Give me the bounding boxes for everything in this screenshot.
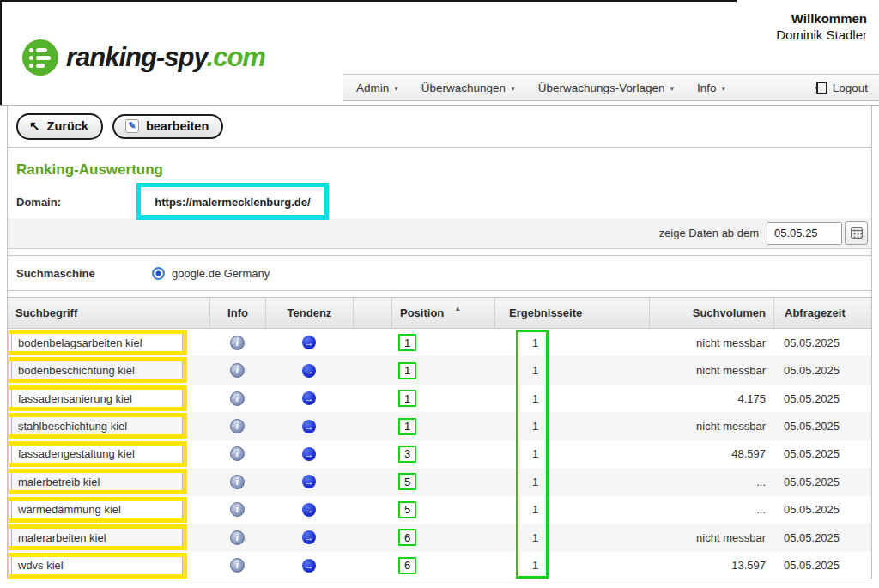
logout-icon: ← <box>816 82 827 94</box>
position-value: 6 <box>398 557 416 574</box>
search-engine-radio[interactable] <box>152 267 165 280</box>
keyword-cell: bodenbeschichtung kiel <box>11 360 183 380</box>
ergebnisseite-value: 1 <box>494 412 649 439</box>
trend-arrow-icon[interactable]: → <box>302 391 316 405</box>
window-top-edge <box>0 0 737 2</box>
domain-value: https://malermecklenburg.de/ <box>143 196 322 209</box>
suchvolumen-value: ... <box>649 496 773 524</box>
date-input[interactable] <box>767 222 842 245</box>
logout-button[interactable]: ← Logout <box>816 82 868 94</box>
keyword-cell: bodenbelagsarbeiten kiel <box>11 332 183 353</box>
back-button[interactable]: ↖ Zurück <box>16 113 103 140</box>
trend-arrow-icon[interactable]: → <box>302 559 316 573</box>
abfragezeit-value: 05.05.2025 <box>773 385 871 412</box>
calendar-button[interactable] <box>845 221 868 245</box>
info-icon[interactable]: i <box>230 530 245 545</box>
logo[interactable]: ranking-spy.com <box>22 39 265 76</box>
info-icon[interactable]: i <box>230 363 245 378</box>
info-icon[interactable]: i <box>230 502 245 517</box>
date-filter-label: zeige Daten ab dem <box>659 227 759 239</box>
trend-arrow-icon[interactable]: → <box>302 530 316 544</box>
trend-arrow-icon[interactable]: → <box>302 447 316 461</box>
position-value: 1 <box>398 362 416 379</box>
header-suchvolumen[interactable]: Suchvolumen <box>649 298 773 328</box>
nav-item-ueberwachungen[interactable]: Überwachungen▾ <box>421 82 515 94</box>
abfragezeit-value: 05.05.2025 <box>773 412 871 439</box>
header-tendenz[interactable]: Tendenz <box>265 298 353 328</box>
keyword-cell: malerbetreib kiel <box>11 471 183 492</box>
back-arrow-icon: ↖ <box>29 118 40 134</box>
position-value: 3 <box>398 446 416 463</box>
abfragezeit-value: 05.05.2025 <box>773 440 871 468</box>
header-suchbegriff[interactable]: Suchbegriff <box>8 298 209 328</box>
table-row: wärmedämmung kiel i → 5 1 ... 05.05.2025 <box>8 496 871 524</box>
date-filter-row: zeige Daten ab dem <box>8 218 871 249</box>
keyword-cell: stahlbeschichtung kiel <box>11 415 183 436</box>
ergebnisseite-value: 1 <box>494 468 649 495</box>
welcome-label: Willkommen <box>776 10 867 27</box>
position-value: 1 <box>398 390 416 407</box>
domain-label: Domain: <box>8 196 61 209</box>
trend-arrow-icon[interactable]: → <box>302 420 316 433</box>
nav-item-info[interactable]: Info▾ <box>697 82 725 94</box>
suchvolumen-value: 13.597 <box>649 552 773 579</box>
search-engine-value: google.de Germany <box>172 267 270 280</box>
suchvolumen-value: 48.597 <box>649 440 773 468</box>
nav-item-admin[interactable]: Admin▾ <box>356 82 398 94</box>
info-icon[interactable]: i <box>230 419 245 433</box>
suchvolumen-value: nicht messbar <box>649 356 773 384</box>
position-value: 5 <box>398 473 416 490</box>
ergebnisseite-value: 1 <box>494 329 649 356</box>
position-value: 5 <box>398 501 416 518</box>
info-icon[interactable]: i <box>230 446 245 461</box>
info-icon[interactable]: i <box>230 336 245 350</box>
table-row: malerarbeiten kiel i → 6 1 nicht messbar… <box>8 524 871 551</box>
position-value: 6 <box>398 529 416 546</box>
info-icon[interactable]: i <box>230 475 245 489</box>
main-navbar: Admin▾ Überwachungen▾ Überwachungs-Vorla… <box>343 74 879 101</box>
table-body: bodenbelagsarbeiten kiel i → 1 1 nicht m… <box>8 329 871 579</box>
table-row: malerbetreib kiel i → 5 1 ... 05.05.2025 <box>8 468 871 495</box>
logo-text: ranking-spy.com <box>66 42 265 73</box>
table-row: stahlbeschichtung kiel i → 1 1 nicht mes… <box>8 412 871 439</box>
section-spacer <box>8 249 871 256</box>
abfragezeit-value: 05.05.2025 <box>773 356 871 384</box>
keyword-cell: fassadengestaltung kiel <box>11 444 183 464</box>
table-row: bodenbeschichtung kiel i → 1 1 nicht mes… <box>8 356 871 384</box>
toolbar: ↖ Zurück ✎ bearbeiten <box>8 106 871 148</box>
abfragezeit-value: 05.05.2025 <box>773 496 871 524</box>
header-info[interactable]: Info <box>209 298 265 328</box>
info-icon[interactable]: i <box>230 558 245 573</box>
table-header: Suchbegriff Info Tendenz Position▲ Ergeb… <box>8 298 871 329</box>
ergebnisseite-value: 1 <box>494 385 649 412</box>
suchvolumen-value: nicht messbar <box>649 329 773 356</box>
trend-arrow-icon[interactable]: → <box>302 503 316 517</box>
edit-icon: ✎ <box>125 119 139 133</box>
position-value: 1 <box>398 418 416 435</box>
abfragezeit-value: 05.05.2025 <box>773 468 871 495</box>
domain-row: Domain: https://malermecklenburg.de/ <box>8 185 871 218</box>
suchvolumen-value: nicht messbar <box>649 412 773 439</box>
info-icon[interactable]: i <box>230 391 245 406</box>
header-ergebnisseite[interactable]: Ergebnisseite <box>494 298 649 328</box>
window-left-edge <box>0 0 2 105</box>
trend-arrow-icon[interactable]: → <box>302 364 316 378</box>
abfragezeit-value: 05.05.2025 <box>773 524 871 551</box>
header-empty <box>353 298 391 328</box>
chevron-down-icon: ▾ <box>394 84 398 93</box>
abfragezeit-value: 05.05.2025 <box>773 552 871 579</box>
nav-item-ueberwachungs-vorlagen[interactable]: Überwachungs-Vorlagen▾ <box>538 82 674 94</box>
welcome-block: Willkommen Dominik Stadler <box>776 10 867 43</box>
position-value: 1 <box>398 334 416 351</box>
table-row: wdvs kiel i → 6 1 13.597 05.05.2025 <box>8 552 871 579</box>
content-frame: ↖ Zurück ✎ bearbeiten Ranking-Auswertung… <box>7 106 872 579</box>
ergebnisseite-value: 1 <box>494 552 649 579</box>
keyword-cell: wdvs kiel <box>11 555 183 576</box>
trend-arrow-icon[interactable]: → <box>302 336 316 349</box>
header-position[interactable]: Position▲ <box>391 298 494 328</box>
logo-icon <box>22 39 58 76</box>
keyword-cell: malerarbeiten kiel <box>11 527 183 548</box>
edit-button[interactable]: ✎ bearbeiten <box>112 114 223 139</box>
header-abfragezeit[interactable]: Abfragezeit <box>773 298 871 328</box>
trend-arrow-icon[interactable]: → <box>302 475 316 488</box>
